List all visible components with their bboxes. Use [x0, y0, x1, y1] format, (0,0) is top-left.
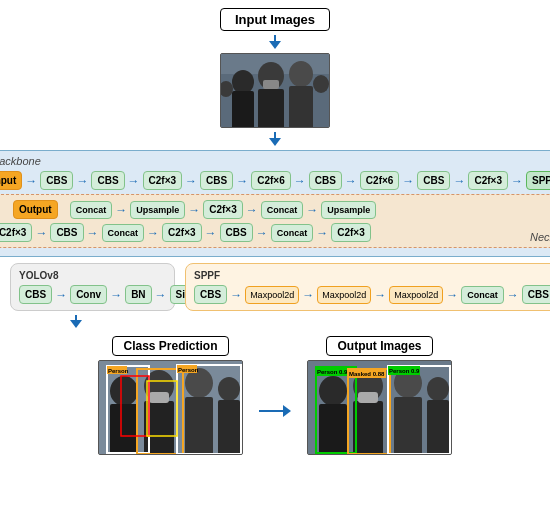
- block-upsample-2: Upsample: [321, 201, 376, 219]
- svg-point-2: [232, 70, 254, 94]
- sppf-cbs2: CBS: [522, 285, 550, 304]
- svg-rect-3: [232, 91, 254, 128]
- block-sppf: SPPF: [526, 171, 550, 190]
- block-concat-3: Concat: [102, 224, 145, 242]
- svg-text:Person: Person: [178, 367, 199, 373]
- svg-rect-13: [110, 404, 138, 455]
- arrow: →: [155, 288, 167, 302]
- svg-rect-35: [358, 392, 378, 403]
- block-cbs-1: CBS: [40, 171, 73, 190]
- block-c2f-neck1: C2f×3: [203, 200, 243, 219]
- arrow: →: [294, 174, 306, 188]
- horizontal-arrow: [259, 405, 291, 417]
- yolov8-cbs: CBS: [19, 285, 52, 304]
- arrow: →: [256, 226, 268, 240]
- neck-wrapper: Output Concat → Upsample → C2f×3 → Conca…: [0, 194, 550, 248]
- arrow: →: [511, 174, 523, 188]
- svg-rect-32: [319, 404, 347, 455]
- arrow: →: [246, 203, 258, 217]
- svg-text:Person 0.9: Person 0.9: [389, 368, 420, 374]
- block-concat-2: Concat: [261, 201, 304, 219]
- sppf-cbs1: CBS: [194, 285, 227, 304]
- sppf-title: SPPF: [194, 270, 550, 281]
- block-c2f-3b: C2f×3: [468, 171, 508, 190]
- input-images-label: Input Images: [220, 8, 330, 31]
- arrow: →: [110, 288, 122, 302]
- main-container: Input Images: [0, 0, 550, 527]
- arrow: →: [185, 174, 197, 188]
- output-image: Person 0.9 Masked 0.88 Person 0.9: [307, 360, 452, 455]
- sppf-maxpool1: Maxpool2d: [245, 286, 299, 304]
- block-upsample-1: Upsample: [130, 201, 185, 219]
- block-cbs-3: CBS: [200, 171, 233, 190]
- svg-rect-37: [394, 397, 422, 455]
- block-concat-4: Concat: [271, 224, 314, 242]
- bottom-blocks: YOLOv8 CBS → Conv → BN → SiLu SPPF CBS →…: [10, 263, 540, 311]
- output-images-section: Output Images: [307, 336, 452, 455]
- arrow: →: [230, 288, 242, 302]
- block-c2f-3: C2f×3: [143, 171, 183, 190]
- block-cbs-5: CBS: [417, 171, 450, 190]
- block-c2f-neck3: C2f×3: [162, 223, 202, 242]
- class-prediction-label: Class Prediction: [112, 336, 228, 356]
- block-cbs-neck1: CBS: [50, 223, 83, 242]
- neck-label: Neck: [530, 231, 550, 243]
- arrow-to-arch: [269, 132, 281, 146]
- arrow: →: [402, 174, 414, 188]
- arrow: →: [306, 203, 318, 217]
- arrow: →: [115, 203, 127, 217]
- arrow: →: [236, 174, 248, 188]
- arrow-to-outputs: [70, 315, 82, 328]
- svg-rect-5: [258, 89, 284, 128]
- arrow: →: [87, 226, 99, 240]
- svg-rect-6: [263, 80, 279, 89]
- svg-point-31: [319, 376, 347, 406]
- sppf-maxpool2: Maxpool2d: [317, 286, 371, 304]
- arrow: →: [55, 288, 67, 302]
- arrow: →: [345, 174, 357, 188]
- neck-row2: C2f×3 → CBS → Concat → C2f×3 → CBS → Con…: [0, 223, 550, 242]
- svg-rect-34: [353, 401, 383, 455]
- svg-point-12: [110, 376, 138, 406]
- class-prediction-image: Person Person: [98, 360, 243, 455]
- svg-text:Person: Person: [108, 368, 129, 374]
- svg-rect-18: [185, 397, 213, 455]
- yolov8-conv: Conv: [70, 285, 107, 304]
- block-concat-1: Concat: [70, 201, 113, 219]
- block-cbs-4: CBS: [309, 171, 342, 190]
- block-cbs-neck2: CBS: [220, 223, 253, 242]
- arrow: →: [453, 174, 465, 188]
- sppf-row: CBS → Maxpool2d → Maxpool2d → Maxpool2d …: [194, 285, 550, 304]
- arrow: →: [302, 288, 314, 302]
- class-prediction-section: Class Prediction: [98, 336, 243, 455]
- svg-text:Person 0.9: Person 0.9: [317, 369, 348, 375]
- output-images-label: Output Images: [326, 336, 432, 356]
- svg-point-19: [218, 377, 240, 401]
- svg-point-7: [289, 61, 313, 87]
- svg-point-10: [313, 75, 329, 93]
- block-c2f-6b: C2f×6: [360, 171, 400, 190]
- bottom-arrow-container: [10, 315, 540, 328]
- neck-row1: Output Concat → Upsample → C2f×3 → Conca…: [0, 200, 550, 219]
- yolov8-title: YOLOv8: [19, 270, 166, 281]
- yolov8-bn: BN: [125, 285, 151, 304]
- arrow: →: [147, 226, 159, 240]
- svg-rect-39: [427, 400, 449, 455]
- yolov8-box: YOLOv8 CBS → Conv → BN → SiLu: [10, 263, 175, 311]
- arrow: →: [128, 174, 140, 188]
- arrow: →: [35, 226, 47, 240]
- arrow-to-image: [269, 35, 281, 49]
- block-input: Input: [0, 171, 22, 190]
- block-c2f-neck2: C2f×3: [0, 223, 32, 242]
- block-c2f-6a: C2f×6: [251, 171, 291, 190]
- arrow: →: [76, 174, 88, 188]
- architecture-box: Backbone Input → CBS → CBS → C2f×3 → CBS…: [0, 150, 550, 257]
- arrow: →: [25, 174, 37, 188]
- input-image: [220, 53, 330, 128]
- yolov8-row: CBS → Conv → BN → SiLu: [19, 285, 166, 304]
- arrow: →: [205, 226, 217, 240]
- svg-rect-8: [289, 86, 313, 128]
- arrow: →: [316, 226, 328, 240]
- arrow: →: [507, 288, 519, 302]
- output-row: Class Prediction: [10, 336, 540, 455]
